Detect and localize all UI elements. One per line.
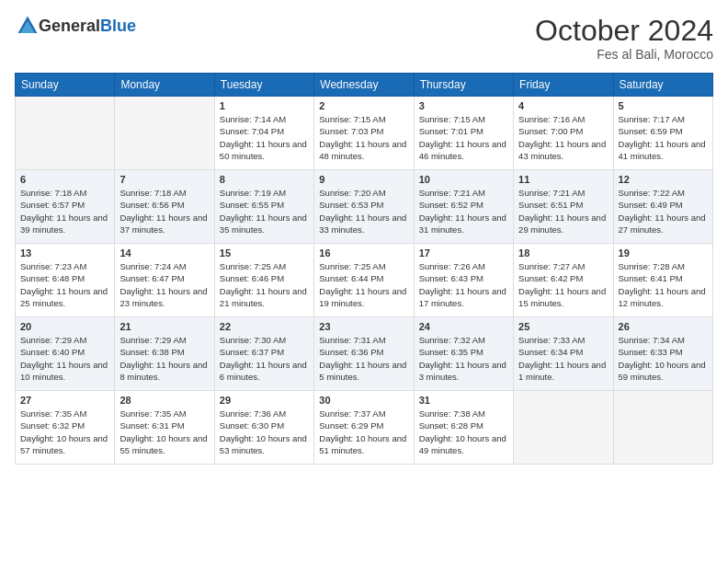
- day-number: 13: [20, 247, 109, 259]
- title-section: October 2024 Fes al Bali, Morocco: [535, 15, 713, 62]
- day-info: Sunrise: 7:25 AMSunset: 6:44 PMDaylight:…: [319, 260, 408, 309]
- calendar-day: 20Sunrise: 7:29 AMSunset: 6:40 PMDayligh…: [16, 317, 115, 391]
- day-info: Sunrise: 7:18 AMSunset: 6:56 PMDaylight:…: [119, 187, 209, 236]
- day-number: 18: [518, 247, 608, 259]
- calendar-day: 14Sunrise: 7:24 AMSunset: 6:47 PMDayligh…: [115, 244, 214, 317]
- day-number: 10: [419, 174, 508, 185]
- calendar-day: 2Sunrise: 7:15 AMSunset: 7:03 PMDaylight…: [314, 97, 414, 170]
- day-number: 15: [220, 247, 309, 259]
- day-number: 29: [220, 395, 309, 406]
- day-info: Sunrise: 7:37 AMSunset: 6:29 PMDaylight:…: [319, 408, 408, 456]
- calendar-day: 13Sunrise: 7:23 AMSunset: 6:48 PMDayligh…: [16, 244, 115, 317]
- calendar-day: 27Sunrise: 7:35 AMSunset: 6:32 PMDayligh…: [16, 391, 115, 465]
- calendar-day: 5Sunrise: 7:17 AMSunset: 6:59 PMDaylight…: [613, 97, 712, 170]
- day-number: 16: [319, 247, 408, 259]
- day-number: 25: [518, 321, 608, 332]
- calendar-day: [16, 97, 115, 170]
- day-number: 19: [619, 247, 708, 259]
- day-number: 26: [619, 321, 708, 332]
- page-header: GeneralBlue October 2024 Fes al Bali, Mo…: [15, 15, 713, 62]
- day-info: Sunrise: 7:15 AMSunset: 7:03 PMDaylight:…: [319, 113, 408, 162]
- day-info: Sunrise: 7:29 AMSunset: 6:38 PMDaylight:…: [119, 334, 209, 383]
- day-number: 27: [20, 395, 109, 406]
- day-number: 5: [619, 100, 708, 111]
- day-header-friday: Friday: [514, 74, 613, 97]
- calendar-header-row: SundayMondayTuesdayWednesdayThursdayFrid…: [16, 74, 713, 97]
- day-header-sunday: Sunday: [16, 74, 115, 97]
- calendar-week-2: 6Sunrise: 7:18 AMSunset: 6:57 PMDaylight…: [16, 170, 713, 244]
- logo-blue: Blue: [100, 17, 136, 35]
- calendar-day: 8Sunrise: 7:19 AMSunset: 6:55 PMDaylight…: [214, 170, 313, 244]
- day-number: 22: [220, 321, 309, 332]
- location: Fes al Bali, Morocco: [535, 47, 713, 62]
- calendar-day: 7Sunrise: 7:18 AMSunset: 6:56 PMDaylight…: [115, 170, 214, 244]
- day-info: Sunrise: 7:26 AMSunset: 6:43 PMDaylight:…: [419, 260, 508, 309]
- logo: GeneralBlue: [15, 15, 136, 37]
- calendar-day: 12Sunrise: 7:22 AMSunset: 6:49 PMDayligh…: [613, 170, 712, 244]
- calendar-day: 3Sunrise: 7:15 AMSunset: 7:01 PMDaylight…: [414, 97, 513, 170]
- calendar-week-4: 20Sunrise: 7:29 AMSunset: 6:40 PMDayligh…: [16, 317, 713, 391]
- day-info: Sunrise: 7:35 AMSunset: 6:32 PMDaylight:…: [20, 408, 109, 456]
- day-info: Sunrise: 7:33 AMSunset: 6:34 PMDaylight:…: [518, 334, 608, 383]
- calendar-day: 26Sunrise: 7:34 AMSunset: 6:33 PMDayligh…: [613, 317, 712, 391]
- calendar-day: 1Sunrise: 7:14 AMSunset: 7:04 PMDaylight…: [214, 97, 313, 170]
- day-number: 30: [319, 395, 408, 406]
- day-info: Sunrise: 7:31 AMSunset: 6:36 PMDaylight:…: [319, 334, 408, 383]
- day-info: Sunrise: 7:14 AMSunset: 7:04 PMDaylight:…: [220, 113, 309, 162]
- calendar-day: 15Sunrise: 7:25 AMSunset: 6:46 PMDayligh…: [214, 244, 313, 317]
- day-info: Sunrise: 7:21 AMSunset: 6:51 PMDaylight:…: [518, 187, 608, 236]
- calendar-day: [613, 391, 712, 465]
- day-info: Sunrise: 7:32 AMSunset: 6:35 PMDaylight:…: [419, 334, 508, 383]
- day-number: 17: [419, 247, 508, 259]
- day-number: 12: [619, 174, 708, 185]
- day-number: 7: [119, 174, 209, 185]
- calendar-day: 24Sunrise: 7:32 AMSunset: 6:35 PMDayligh…: [414, 317, 513, 391]
- calendar-day: 30Sunrise: 7:37 AMSunset: 6:29 PMDayligh…: [314, 391, 414, 465]
- logo-icon: [17, 15, 39, 37]
- day-info: Sunrise: 7:15 AMSunset: 7:01 PMDaylight:…: [419, 113, 508, 162]
- day-number: 23: [319, 321, 408, 332]
- day-info: Sunrise: 7:19 AMSunset: 6:55 PMDaylight:…: [220, 187, 309, 236]
- day-info: Sunrise: 7:36 AMSunset: 6:30 PMDaylight:…: [220, 408, 309, 456]
- day-info: Sunrise: 7:20 AMSunset: 6:53 PMDaylight:…: [319, 187, 408, 236]
- calendar-day: 19Sunrise: 7:28 AMSunset: 6:41 PMDayligh…: [613, 244, 712, 317]
- calendar-day: [115, 97, 214, 170]
- calendar-week-1: 1Sunrise: 7:14 AMSunset: 7:04 PMDaylight…: [16, 97, 713, 170]
- day-info: Sunrise: 7:38 AMSunset: 6:28 PMDaylight:…: [419, 408, 508, 456]
- day-number: 21: [119, 321, 209, 332]
- day-number: 6: [20, 174, 109, 185]
- day-number: 3: [419, 100, 508, 111]
- calendar-day: 6Sunrise: 7:18 AMSunset: 6:57 PMDaylight…: [16, 170, 115, 244]
- calendar-day: 17Sunrise: 7:26 AMSunset: 6:43 PMDayligh…: [414, 244, 513, 317]
- calendar-day: 31Sunrise: 7:38 AMSunset: 6:28 PMDayligh…: [414, 391, 513, 465]
- day-header-monday: Monday: [115, 74, 214, 97]
- day-info: Sunrise: 7:34 AMSunset: 6:33 PMDaylight:…: [619, 334, 708, 383]
- calendar-day: 9Sunrise: 7:20 AMSunset: 6:53 PMDaylight…: [314, 170, 414, 244]
- day-header-tuesday: Tuesday: [214, 74, 313, 97]
- day-number: 2: [319, 100, 408, 111]
- calendar-day: [514, 391, 613, 465]
- calendar-table: SundayMondayTuesdayWednesdayThursdayFrid…: [15, 73, 713, 465]
- day-info: Sunrise: 7:35 AMSunset: 6:31 PMDaylight:…: [119, 408, 209, 456]
- calendar-day: 10Sunrise: 7:21 AMSunset: 6:52 PMDayligh…: [414, 170, 513, 244]
- day-info: Sunrise: 7:30 AMSunset: 6:37 PMDaylight:…: [220, 334, 309, 383]
- day-number: 11: [518, 174, 608, 185]
- day-info: Sunrise: 7:29 AMSunset: 6:40 PMDaylight:…: [20, 334, 109, 383]
- calendar-day: 22Sunrise: 7:30 AMSunset: 6:37 PMDayligh…: [214, 317, 313, 391]
- logo-general: General: [39, 17, 100, 35]
- day-info: Sunrise: 7:24 AMSunset: 6:47 PMDaylight:…: [119, 260, 209, 309]
- calendar-day: 21Sunrise: 7:29 AMSunset: 6:38 PMDayligh…: [115, 317, 214, 391]
- day-number: 4: [518, 100, 608, 111]
- calendar-day: 16Sunrise: 7:25 AMSunset: 6:44 PMDayligh…: [314, 244, 414, 317]
- day-number: 1: [220, 100, 309, 111]
- day-header-thursday: Thursday: [414, 74, 513, 97]
- day-info: Sunrise: 7:18 AMSunset: 6:57 PMDaylight:…: [20, 187, 109, 236]
- calendar-day: 28Sunrise: 7:35 AMSunset: 6:31 PMDayligh…: [115, 391, 214, 465]
- day-info: Sunrise: 7:25 AMSunset: 6:46 PMDaylight:…: [220, 260, 309, 309]
- calendar-day: 11Sunrise: 7:21 AMSunset: 6:51 PMDayligh…: [514, 170, 613, 244]
- day-number: 31: [419, 395, 508, 406]
- day-number: 28: [119, 395, 209, 406]
- day-info: Sunrise: 7:16 AMSunset: 7:00 PMDaylight:…: [518, 113, 608, 162]
- month-title: October 2024: [535, 15, 713, 47]
- day-number: 9: [319, 174, 408, 185]
